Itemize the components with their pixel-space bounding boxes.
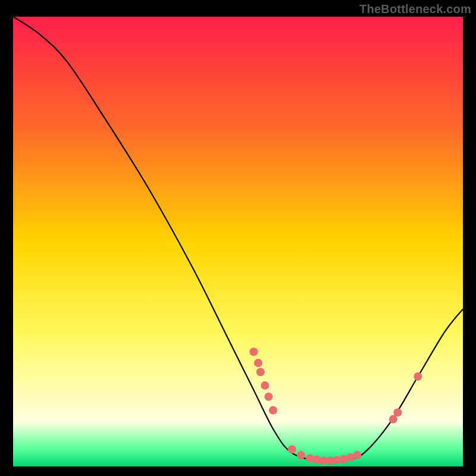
data-marker [393,408,402,416]
chart-container: TheBottleneck.com [0,0,476,476]
data-marker [297,451,305,459]
watermark-text: TheBottleneck.com [359,2,471,16]
data-marker [264,393,273,401]
data-marker [254,359,262,367]
bottleneck-curve-chart [13,17,463,466]
data-marker [414,372,422,381]
data-marker [288,445,296,453]
data-marker [249,347,258,356]
gradient-background [13,17,463,466]
data-marker [353,451,361,459]
data-marker [256,368,265,376]
plot-area [13,17,463,466]
data-marker [269,406,277,415]
data-marker [261,381,269,390]
